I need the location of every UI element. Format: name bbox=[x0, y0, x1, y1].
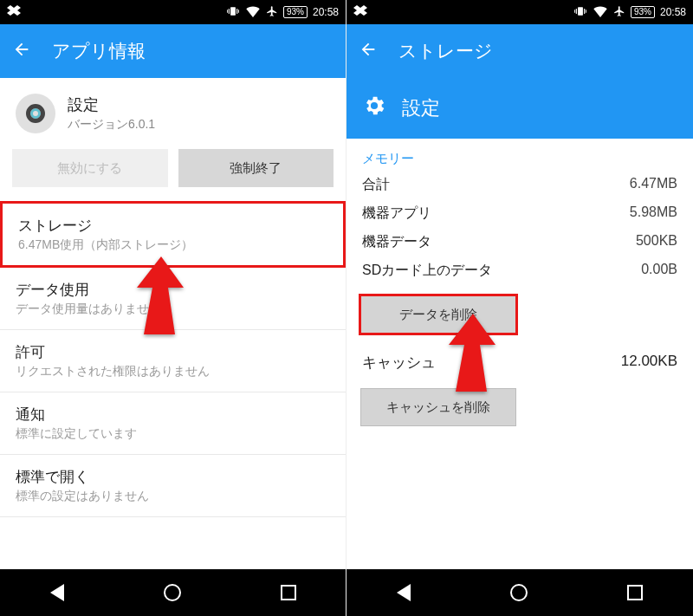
row-app: 機器アプリ 5.98MB bbox=[346, 199, 693, 228]
list-title: 通知 bbox=[16, 405, 330, 425]
nav-recent-icon[interactable] bbox=[281, 585, 296, 600]
disable-button: 無効にする bbox=[12, 149, 168, 187]
navbar bbox=[0, 569, 346, 616]
wifi-icon bbox=[593, 5, 608, 20]
list-title: 許可 bbox=[16, 342, 330, 362]
nav-back-icon[interactable] bbox=[397, 584, 411, 601]
kv-value: 5.98MB bbox=[630, 204, 677, 223]
left-content: 設定 バージョン6.0.1 無効にする 強制終了 ストレージ 6.47MB使用（… bbox=[0, 78, 346, 569]
list-sub: 標準の設定はありません bbox=[16, 489, 330, 504]
list-title: データ使用 bbox=[16, 280, 330, 300]
svg-rect-8 bbox=[574, 10, 575, 13]
airplane-icon bbox=[266, 5, 278, 20]
storage-item[interactable]: ストレージ 6.47MB使用（内部ストレージ） bbox=[0, 201, 346, 268]
list-sub: データ使用量はありません bbox=[16, 302, 330, 317]
battery-indicator: 93% bbox=[283, 6, 308, 18]
clear-data-button[interactable]: データを削除 bbox=[360, 295, 516, 334]
list-title: 標準で開く bbox=[16, 467, 330, 487]
left-phone: 93% 20:58 アプリ情報 設定 バージョン6.0.1 無効にする 強制終了… bbox=[0, 0, 346, 616]
navbar bbox=[346, 569, 693, 616]
kv-value: 500KB bbox=[636, 233, 677, 251]
section-memory: メモリー bbox=[346, 139, 693, 171]
vibrate-icon bbox=[573, 5, 587, 20]
kv-value: 6.47MB bbox=[630, 176, 677, 194]
app-header: 設定 バージョン6.0.1 bbox=[0, 78, 346, 142]
battery-indicator: 93% bbox=[631, 6, 655, 18]
appbar: ストレージ bbox=[346, 24, 693, 78]
kv-label: 合計 bbox=[362, 176, 390, 194]
dropbox-icon bbox=[353, 5, 367, 20]
clock: 20:58 bbox=[313, 6, 339, 18]
nav-home-icon[interactable] bbox=[510, 584, 528, 601]
force-stop-button[interactable]: 強制終了 bbox=[178, 149, 334, 187]
row-sd: SDカード上のデータ 0.00B bbox=[346, 256, 693, 285]
dropbox-icon bbox=[7, 5, 21, 20]
svg-rect-7 bbox=[584, 9, 585, 14]
row-data: 機器データ 500KB bbox=[346, 228, 693, 256]
notifications-item[interactable]: 通知 標準に設定しています bbox=[0, 392, 346, 455]
right-phone: 93% 20:58 ストレージ 設定 メモリー 合計 6.47MB 機器アプリ … bbox=[346, 0, 693, 616]
app-name: 設定 bbox=[402, 95, 440, 121]
back-icon[interactable] bbox=[359, 40, 378, 63]
back-icon[interactable] bbox=[12, 40, 31, 63]
airplane-icon bbox=[613, 5, 625, 20]
app-version: バージョン6.0.1 bbox=[68, 117, 155, 133]
data-usage-item[interactable]: データ使用 データ使用量はありません bbox=[0, 268, 346, 330]
svg-rect-2 bbox=[236, 9, 237, 14]
page-title: アプリ情報 bbox=[52, 39, 146, 63]
list-sub: 標準に設定しています bbox=[16, 426, 330, 442]
app-header-bar: 設定 bbox=[346, 78, 693, 139]
nav-back-icon[interactable] bbox=[50, 584, 64, 601]
gear-icon bbox=[362, 94, 386, 123]
permissions-item[interactable]: 許可 リクエストされた権限はありません bbox=[0, 330, 346, 392]
svg-rect-1 bbox=[229, 9, 230, 14]
row-cache: キャッシュ 12.00KB bbox=[346, 339, 693, 378]
cache-value: 12.00KB bbox=[621, 353, 677, 373]
row-total: 合計 6.47MB bbox=[346, 171, 693, 199]
nav-recent-icon[interactable] bbox=[627, 585, 643, 600]
svg-rect-4 bbox=[238, 10, 239, 13]
right-content: メモリー 合計 6.47MB 機器アプリ 5.98MB 機器データ 500KB … bbox=[346, 139, 693, 569]
svg-rect-5 bbox=[578, 7, 583, 15]
svg-rect-3 bbox=[227, 10, 228, 13]
wifi-icon bbox=[245, 5, 261, 20]
storage-title: ストレージ bbox=[18, 216, 327, 236]
nav-home-icon[interactable] bbox=[164, 584, 181, 601]
kv-label: SDカード上のデータ bbox=[362, 262, 492, 280]
kv-value: 0.00B bbox=[641, 262, 677, 280]
clear-cache-button[interactable]: キャッシュを削除 bbox=[360, 388, 516, 426]
clock: 20:58 bbox=[660, 6, 686, 18]
kv-label: 機器アプリ bbox=[362, 204, 431, 223]
appbar: アプリ情報 bbox=[0, 24, 346, 78]
svg-rect-9 bbox=[586, 10, 586, 13]
kv-label: 機器データ bbox=[362, 233, 431, 251]
open-default-item[interactable]: 標準で開く 標準の設定はありません bbox=[0, 455, 346, 517]
app-icon bbox=[16, 94, 55, 133]
vibrate-icon bbox=[226, 5, 240, 20]
cache-label: キャッシュ bbox=[362, 353, 436, 373]
app-name: 設定 bbox=[68, 94, 155, 115]
svg-rect-0 bbox=[230, 7, 236, 15]
svg-rect-6 bbox=[576, 9, 577, 14]
status-bar: 93% 20:58 bbox=[346, 0, 693, 24]
page-title: ストレージ bbox=[398, 39, 493, 63]
storage-sub: 6.47MB使用（内部ストレージ） bbox=[18, 237, 327, 253]
status-bar: 93% 20:58 bbox=[0, 0, 346, 24]
list-sub: リクエストされた権限はありません bbox=[16, 364, 330, 379]
